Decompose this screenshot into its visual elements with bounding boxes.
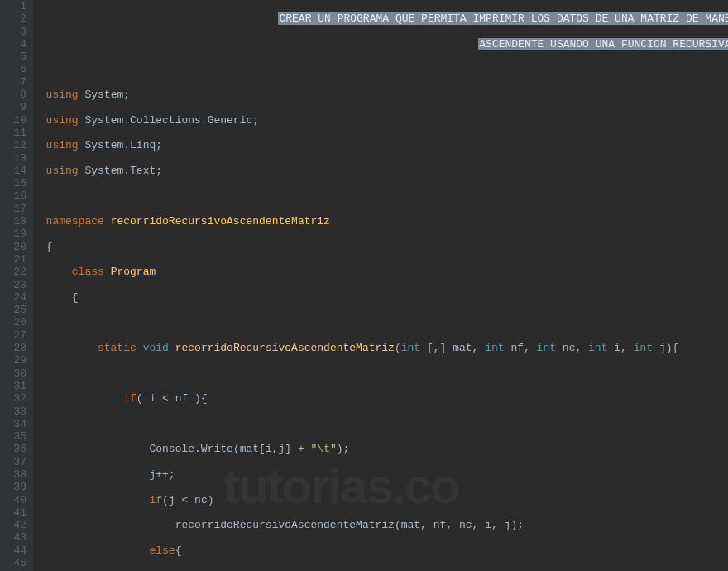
line-number: 44 [0, 545, 26, 557]
class-name: Program [111, 266, 156, 278]
line-number: 16 [0, 190, 26, 202]
var: nc [459, 519, 472, 531]
var: nf [433, 519, 447, 531]
code-line[interactable]: j++; [33, 468, 728, 481]
code-line[interactable] [33, 418, 728, 430]
namespace-ref: System [84, 89, 123, 101]
line-number: 43 [0, 531, 26, 544]
keyword-static: static [98, 342, 136, 354]
namespace-ref: System.Collections.Generic [84, 114, 252, 127]
selected-comment: CREAR UN PROGRAMA QUE PERMITA IMPRIMIR L… [278, 12, 728, 25]
line-number: 40 [0, 494, 26, 506]
code-line[interactable]: { [33, 291, 728, 304]
line-number: 7 [0, 76, 26, 89]
keyword-using: using [46, 89, 79, 101]
var: mat [401, 519, 420, 531]
line-number: 9 [0, 101, 26, 113]
line-number: 35 [0, 430, 26, 443]
line-number: 12 [0, 139, 26, 151]
keyword-if: if [149, 494, 162, 506]
string-literal: "\t" [311, 443, 337, 455]
var: mat [240, 443, 259, 455]
code-line[interactable]: if( i < nf ){ [33, 392, 728, 405]
code-line[interactable]: else{ [33, 545, 728, 557]
line-number: 11 [0, 127, 26, 139]
var: nf [175, 392, 189, 405]
line-number: 18 [0, 215, 26, 228]
line-number: 28 [0, 342, 26, 354]
code-line[interactable] [33, 367, 728, 380]
code-line[interactable]: using System.Linq; [33, 139, 728, 151]
line-number: 25 [0, 304, 26, 316]
class-ref: Console [149, 443, 194, 455]
line-number: 23 [0, 279, 26, 291]
code-editor[interactable]: CREAR UN PROGRAMA QUE PERMITA IMPRIMIR L… [33, 0, 728, 571]
line-number: 19 [0, 228, 26, 240]
line-number: 1 [0, 0, 26, 12]
keyword-namespace: namespace [46, 215, 104, 228]
namespace-ref: System.Linq [84, 139, 156, 151]
line-number: 45 [0, 557, 26, 569]
keyword-int: int [634, 342, 653, 354]
keyword-int: int [485, 342, 504, 354]
keyword-int: int [588, 342, 607, 354]
line-number: 6 [0, 63, 26, 75]
method-ref: Write [201, 443, 233, 455]
param: mat [453, 342, 472, 354]
code-line[interactable]: using System.Text; [33, 165, 728, 177]
line-number: 30 [0, 367, 26, 380]
code-line[interactable]: static void recorridoRecursivoAscendente… [33, 342, 728, 354]
line-number: 29 [0, 354, 26, 367]
var: i [266, 443, 272, 455]
keyword-using: using [46, 139, 79, 151]
code-line[interactable]: namespace recorridoRecursivoAscendenteMa… [33, 215, 728, 228]
namespace-name: recorridoRecursivoAscendenteMatriz [111, 215, 330, 228]
code-line[interactable]: CREAR UN PROGRAMA QUE PERMITA IMPRIMIR L… [33, 12, 728, 25]
code-line[interactable] [33, 63, 728, 75]
line-number: 21 [0, 253, 26, 266]
line-number: 34 [0, 418, 26, 430]
var: nc [194, 494, 208, 506]
function-name: recorridoRecursivoAscendenteMatriz [175, 342, 395, 354]
line-number: 5 [0, 50, 26, 63]
watermark-text: tutorias.co [223, 480, 459, 492]
param: j [659, 342, 666, 354]
line-number: 39 [0, 481, 26, 493]
namespace-ref: System.Text [84, 165, 156, 177]
code-line[interactable]: recorridoRecursivoAscendenteMatriz(mat, … [33, 519, 728, 531]
line-number: 37 [0, 456, 26, 468]
line-number: 31 [0, 380, 26, 392]
code-line[interactable]: class Program [33, 266, 728, 278]
line-number: 4 [0, 38, 26, 50]
keyword-else: else [149, 545, 175, 557]
code-line[interactable]: Console.Write(mat[i,j] + "\t"); [33, 443, 728, 455]
line-number: 27 [0, 329, 26, 342]
code-line[interactable]: using System.Collections.Generic; [33, 114, 728, 127]
line-number: 42 [0, 519, 26, 531]
selected-comment: ASCENDENTE USANDO UNA FUNCION RECURSIVA [478, 38, 728, 50]
keyword-int: int [537, 342, 556, 354]
line-number: 32 [0, 392, 26, 405]
keyword-using: using [46, 165, 79, 177]
line-number: 3 [0, 26, 26, 38]
code-line[interactable]: { [33, 241, 728, 253]
keyword-void: void [143, 342, 169, 354]
code-line[interactable] [33, 316, 728, 329]
code-line[interactable]: using System; [33, 89, 728, 101]
keyword-int: int [401, 342, 420, 354]
code-line[interactable] [33, 190, 728, 202]
code-line[interactable]: ASCENDENTE USANDO UNA FUNCION RECURSIVA [33, 38, 728, 50]
param: i [614, 342, 620, 354]
function-call: recorridoRecursivoAscendenteMatriz [175, 519, 395, 531]
code-line[interactable]: if(j < nc) [33, 494, 728, 506]
line-number: 36 [0, 443, 26, 455]
keyword-class: class [72, 266, 104, 278]
var: i [485, 519, 491, 531]
line-number: 10 [0, 114, 26, 127]
line-number: 20 [0, 241, 26, 253]
line-number: 26 [0, 316, 26, 329]
line-number: 41 [0, 506, 26, 519]
line-number: 15 [0, 177, 26, 190]
var: j [505, 519, 511, 531]
line-number: 33 [0, 405, 26, 418]
